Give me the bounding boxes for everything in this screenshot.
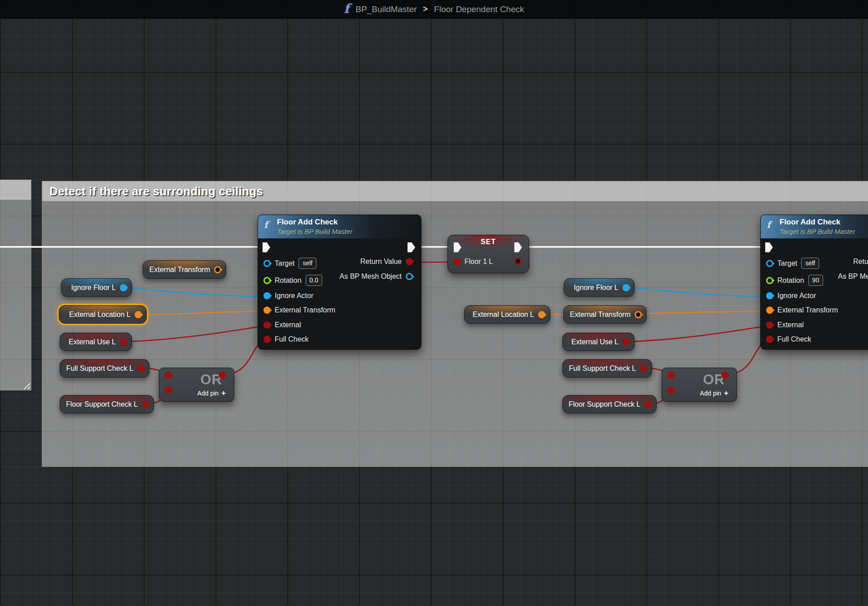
or-output-pin[interactable] bbox=[219, 372, 226, 379]
full-check-pin[interactable] bbox=[263, 336, 271, 343]
pill-output-pin[interactable] bbox=[635, 311, 642, 318]
rotation-value-box[interactable]: 90 bbox=[808, 275, 824, 286]
add-pin-button[interactable]: Add pin + bbox=[197, 390, 226, 397]
target-pin[interactable] bbox=[766, 260, 773, 267]
pin-label: Rotation bbox=[275, 277, 302, 285]
pin-label: Ignore Actor bbox=[275, 292, 313, 300]
pill-output-pin[interactable] bbox=[142, 401, 149, 408]
pill-output-pin[interactable] bbox=[640, 365, 647, 372]
breadcrumb-blueprint-name[interactable]: BP_BuildMaster bbox=[355, 4, 416, 14]
node-floor-add-check-right[interactable]: f Floor Add Check Target is BP Build Mas… bbox=[760, 215, 868, 350]
plus-icon: + bbox=[724, 390, 728, 396]
breadcrumb-function-name[interactable]: Floor Dependent Check bbox=[434, 4, 524, 14]
full-check-pin[interactable] bbox=[766, 336, 773, 343]
node-set-floor1l[interactable]: SET Floor 1 L bbox=[447, 235, 529, 273]
or-input-pin-2[interactable] bbox=[165, 386, 172, 394]
floor1l-out-pin[interactable] bbox=[514, 258, 522, 265]
add-pin-label: Add pin bbox=[700, 390, 721, 397]
pill-floor-support-check-right[interactable]: Floor Support Check L bbox=[562, 395, 657, 413]
blueprint-graph-canvas[interactable]: Detect if there are surronding ceilings … bbox=[0, 0, 868, 606]
pill-label: Ignore Floor L bbox=[71, 284, 116, 292]
pin-label: Return Value bbox=[853, 258, 868, 266]
exec-in-pin[interactable] bbox=[263, 242, 270, 252]
pill-external-location-right[interactable]: External Location L bbox=[464, 305, 550, 324]
external-pin[interactable] bbox=[263, 321, 271, 329]
pill-external-use-right[interactable]: External Use L bbox=[562, 333, 635, 351]
plus-icon: + bbox=[221, 390, 226, 396]
ignore-actor-pin[interactable] bbox=[263, 292, 271, 299]
rotation-pin[interactable] bbox=[766, 277, 773, 284]
pill-floor-support-check-left[interactable]: Floor Support Check L bbox=[60, 395, 154, 413]
or-input-pin-2[interactable] bbox=[667, 386, 675, 394]
pill-label: External Location L bbox=[473, 311, 534, 319]
comment-header[interactable]: Detect if there are surronding ceilings bbox=[42, 181, 868, 201]
pill-label: External Location L bbox=[69, 311, 131, 319]
target-value-box[interactable]: self bbox=[801, 258, 819, 269]
pill-external-use-left[interactable]: External Use L bbox=[60, 333, 132, 351]
rotation-value-box[interactable]: 0.0 bbox=[306, 275, 322, 286]
floor1l-in-pin[interactable] bbox=[453, 258, 460, 265]
pin-label: Ignore Actor bbox=[777, 292, 816, 300]
pill-external-transform-right[interactable]: External Transform bbox=[563, 305, 647, 324]
pill-external-transform-left[interactable]: External Transform bbox=[143, 260, 226, 279]
pill-full-support-check-right[interactable]: Full Support Check L bbox=[562, 359, 652, 378]
comment-title: Detect if there are surronding ceilings bbox=[49, 184, 263, 198]
external-transform-pin[interactable] bbox=[263, 307, 271, 314]
pin-label: Return Value bbox=[360, 258, 402, 266]
pill-output-pin[interactable] bbox=[120, 284, 127, 291]
comment-box-partial[interactable] bbox=[0, 180, 31, 391]
pill-output-pin[interactable] bbox=[623, 284, 630, 291]
node-header[interactable]: f Floor Add Check Target is BP Build Mas… bbox=[761, 215, 868, 238]
pill-external-location-left[interactable]: External Location L bbox=[59, 305, 147, 324]
or-input-pin-1[interactable] bbox=[165, 372, 172, 379]
pill-label: Floor Support Check L bbox=[66, 400, 138, 408]
pill-output-pin[interactable] bbox=[120, 338, 127, 346]
pill-output-pin[interactable] bbox=[623, 338, 630, 346]
node-floor-add-check-left[interactable]: f Floor Add Check Target is BP Build Mas… bbox=[258, 215, 421, 350]
external-transform-pin[interactable] bbox=[766, 307, 773, 314]
pill-label: External Transform bbox=[149, 266, 210, 274]
pin-label: As BP Mesh Object bbox=[838, 272, 868, 281]
or-output-pin[interactable] bbox=[721, 372, 728, 379]
target-value-box[interactable]: self bbox=[298, 258, 316, 269]
pill-label: External Use L bbox=[571, 338, 618, 346]
external-pin[interactable] bbox=[766, 321, 773, 329]
exec-in-pin[interactable] bbox=[765, 242, 773, 252]
target-pin[interactable] bbox=[263, 260, 271, 267]
pin-label: Full Check bbox=[275, 335, 309, 343]
return-value-pin[interactable] bbox=[406, 258, 413, 265]
pill-label: Full Support Check L bbox=[569, 364, 636, 373]
function-icon: f bbox=[767, 219, 771, 230]
node-header[interactable]: f Floor Add Check Target is BP Build Mas… bbox=[258, 215, 421, 238]
pin-label: Target bbox=[275, 259, 294, 268]
pill-label: Ignore Floor L bbox=[574, 284, 618, 292]
node-subtitle: Target is BP Build Master bbox=[277, 228, 352, 235]
comment-box-ceilings[interactable]: Detect if there are surronding ceilings bbox=[42, 181, 868, 467]
node-title: Floor Add Check bbox=[780, 218, 840, 227]
pill-output-pin[interactable] bbox=[135, 311, 142, 318]
pin-label: Full Check bbox=[777, 335, 811, 343]
as-bp-mesh-object-pin[interactable] bbox=[406, 273, 413, 280]
pill-output-pin[interactable] bbox=[214, 266, 221, 273]
or-input-pin-1[interactable] bbox=[667, 372, 675, 379]
pill-ignore-floor-right[interactable]: Ignore Floor L bbox=[564, 278, 635, 297]
pill-output-pin[interactable] bbox=[538, 311, 545, 318]
node-or-right[interactable]: OR Add pin + bbox=[662, 368, 737, 402]
ignore-actor-pin[interactable] bbox=[766, 292, 773, 299]
chevron-right-icon: > bbox=[423, 4, 428, 14]
exec-out-pin[interactable] bbox=[408, 242, 415, 252]
comment-header[interactable] bbox=[0, 180, 31, 200]
node-or-left[interactable]: OR Add pin + bbox=[159, 368, 234, 402]
pill-output-pin[interactable] bbox=[644, 401, 652, 408]
comment-resize-handle[interactable] bbox=[21, 380, 30, 389]
pill-full-support-check-left[interactable]: Full Support Check L bbox=[60, 359, 149, 378]
pill-ignore-floor-left[interactable]: Ignore Floor L bbox=[61, 278, 132, 297]
graph-title-bar: f BP_BuildMaster > Floor Dependent Check bbox=[0, 0, 868, 19]
pin-label: Target bbox=[777, 259, 797, 268]
function-icon: f bbox=[344, 1, 349, 16]
add-pin-button[interactable]: Add pin + bbox=[700, 390, 728, 397]
pin-label: As BP Mesh Object bbox=[340, 272, 402, 281]
rotation-pin[interactable] bbox=[263, 277, 271, 284]
pill-output-pin[interactable] bbox=[137, 365, 145, 372]
pin-label: External bbox=[275, 321, 301, 329]
